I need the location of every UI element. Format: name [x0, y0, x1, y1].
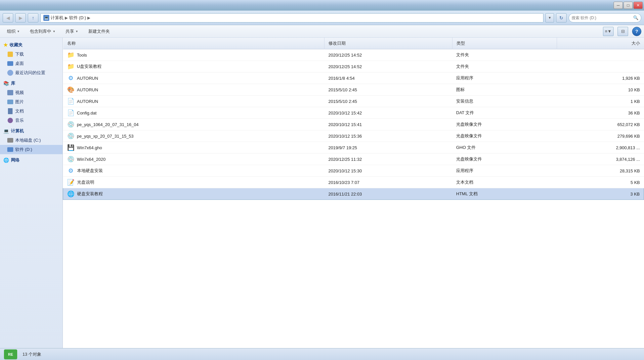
refresh-button[interactable]: ↻	[556, 13, 567, 22]
table-row[interactable]: 📁 U盘安装教程 2020/12/25 14:52 文件夹	[63, 61, 644, 72]
file-icon: 📝	[67, 179, 74, 186]
file-name: 光盘说明	[77, 179, 94, 185]
sidebar-network-header[interactable]: 🌐 网络	[0, 156, 63, 165]
sidebar-libraries-header[interactable]: 📚 库	[0, 79, 63, 88]
path-sep-1: ▶	[65, 16, 68, 20]
documents-icon	[7, 108, 13, 114]
sidebar-computer-section: 💻 计算机 本地磁盘 (C:) 软件 (D:)	[0, 126, 63, 154]
sidebar-item-drive-c[interactable]: 本地磁盘 (C:)	[0, 136, 63, 145]
file-type: DAT 文件	[452, 107, 557, 119]
path-drive[interactable]: 软件 (D:)	[69, 15, 86, 21]
sidebar-item-drive-d[interactable]: 软件 (D:)	[0, 145, 63, 154]
sidebar-item-desktop[interactable]: 桌面	[0, 59, 63, 68]
sidebar-favorites-label: 收藏夹	[10, 42, 22, 48]
address-path[interactable]: 💻 计算机 ▶ 软件 (D:) ▶	[40, 13, 543, 22]
file-size: 652,072 KB	[557, 119, 644, 130]
file-icon: 📁	[67, 51, 74, 59]
preview-pane-button[interactable]: ⊟	[618, 27, 628, 36]
file-modified: 2020/12/25 11:32	[324, 154, 452, 165]
file-name-cell: 📁 Tools	[63, 49, 324, 61]
close-button[interactable]: ✕	[633, 2, 643, 9]
file-name-cell: 📄 AUTORUN	[63, 96, 324, 107]
main-area: ★ 收藏夹 下载 桌面 最近访问的位置	[0, 38, 644, 348]
file-type: 安装信息	[452, 96, 557, 107]
file-size: 279,696 KB	[557, 130, 644, 142]
column-header-modified[interactable]: 修改日期	[324, 38, 452, 49]
maximize-button[interactable]: □	[623, 2, 633, 9]
file-size: 5 KB	[557, 177, 644, 188]
path-computer[interactable]: 计算机	[51, 15, 64, 21]
back-button[interactable]: ◀	[3, 13, 13, 22]
table-row[interactable]: 💿 pe_yqs_1064_20_07_31_16_04 2020/10/12 …	[63, 119, 644, 130]
title-bar: ─ □ ✕	[0, 0, 644, 11]
table-row[interactable]: 💿 pe_yqs_xp_20_07_31_15_53 2020/10/12 15…	[63, 130, 644, 142]
file-size: 36 KB	[557, 107, 644, 119]
sidebar-favorites-header[interactable]: ★ 收藏夹	[0, 40, 63, 50]
file-modified: 2015/5/10 2:45	[324, 96, 452, 107]
drive-c-icon	[7, 137, 13, 143]
help-button[interactable]: ?	[632, 27, 641, 36]
organize-arrow-icon: ▼	[17, 30, 20, 33]
sidebar-computer-header[interactable]: 💻 计算机	[0, 126, 63, 136]
column-header-size[interactable]: 大小	[557, 38, 644, 49]
sidebar-video-label: 视频	[15, 90, 24, 96]
search-input[interactable]	[572, 16, 632, 20]
sidebar-item-recent[interactable]: 最近访问的位置	[0, 68, 63, 77]
file-modified: 2016/1/8 4:54	[324, 72, 452, 84]
file-name-cell: 🎨 AUTORUN	[63, 84, 324, 96]
file-icon: ⚙	[67, 167, 74, 174]
share-label: 共享	[65, 28, 74, 34]
table-row[interactable]: ⚙ 本地硬盘安装 2020/10/12 15:30 应用程序 28,315 KB	[63, 165, 644, 177]
sidebar-item-video[interactable]: 视频	[0, 88, 63, 97]
file-modified: 2020/10/12 15:42	[324, 107, 452, 119]
column-header-name[interactable]: 名称	[63, 38, 324, 49]
file-size: 3 KB	[557, 188, 644, 200]
table-row[interactable]: 📄 Config.dat 2020/10/12 15:42 DAT 文件 36 …	[63, 107, 644, 119]
file-modified: 2020/12/25 14:52	[324, 61, 452, 72]
include-library-button[interactable]: 包含到库中 ▼	[25, 26, 60, 36]
forward-button[interactable]: ▶	[15, 13, 26, 22]
file-name: AUTORUN	[77, 87, 98, 92]
column-header-type[interactable]: 类型	[452, 38, 557, 49]
file-type: 光盘映像文件	[452, 154, 557, 165]
file-area[interactable]: 名称 修改日期 类型 大小 📁 Tools 2020/12/25 14:52 文…	[63, 38, 644, 348]
file-icon: 💾	[67, 144, 74, 151]
file-name: U盘安装教程	[77, 64, 102, 69]
table-row[interactable]: 🌐 硬盘安装教程 2016/11/21 22:03 HTML 文档 3 KB	[63, 188, 644, 200]
file-name: AUTORUN	[77, 76, 98, 81]
table-row[interactable]: 📁 Tools 2020/12/25 14:52 文件夹	[63, 49, 644, 61]
share-button[interactable]: 共享 ▼	[61, 26, 83, 36]
file-type: 图标	[452, 84, 557, 96]
file-modified: 2016/11/21 22:03	[324, 188, 452, 200]
sidebar-item-download[interactable]: 下载	[0, 50, 63, 59]
table-row[interactable]: 📄 AUTORUN 2015/5/10 2:45 安装信息 1 KB	[63, 96, 644, 107]
file-type: 光盘映像文件	[452, 119, 557, 130]
new-folder-button[interactable]: 新建文件夹	[84, 26, 114, 36]
window-controls: ─ □ ✕	[614, 2, 643, 9]
sidebar-computer-label: 计算机	[11, 128, 24, 134]
view-options-button[interactable]: ≡▼	[603, 27, 614, 36]
status-logo: RE	[4, 349, 17, 359]
file-icon: ⚙	[67, 74, 74, 82]
table-row[interactable]: 🎨 AUTORUN 2015/5/10 2:45 图标 10 KB	[63, 84, 644, 96]
file-type: 文件夹	[452, 61, 557, 72]
up-button[interactable]: ↑	[28, 13, 38, 22]
file-size: 10 KB	[557, 84, 644, 96]
file-modified: 2020/10/12 15:36	[324, 130, 452, 142]
file-size: 28,315 KB	[557, 165, 644, 177]
address-dropdown[interactable]: ▼	[545, 13, 554, 22]
minimize-button[interactable]: ─	[614, 2, 623, 9]
table-row[interactable]: 📝 光盘说明 2016/10/23 7:07 文本文档 5 KB	[63, 177, 644, 188]
search-icon[interactable]: 🔍	[633, 15, 638, 20]
table-row[interactable]: 💾 Win7x64.gho 2019/9/7 19:25 GHO 文件 2,90…	[63, 142, 644, 154]
sidebar-item-music[interactable]: 音乐	[0, 116, 63, 125]
file-icon: 💿	[67, 132, 74, 140]
computer-icon: 💻	[3, 128, 9, 134]
table-row[interactable]: 💿 Win7x64_2020 2020/12/25 11:32 光盘映像文件 3…	[63, 154, 644, 165]
file-name-cell: 💿 pe_yqs_xp_20_07_31_15_53	[63, 130, 324, 142]
file-type: 应用程序	[452, 72, 557, 84]
table-row[interactable]: ⚙ AUTORUN 2016/1/8 4:54 应用程序 1,926 KB	[63, 72, 644, 84]
sidebar-item-documents[interactable]: 文档	[0, 107, 63, 116]
sidebar-item-image[interactable]: 图片	[0, 97, 63, 107]
organize-button[interactable]: 组织 ▼	[3, 26, 24, 36]
